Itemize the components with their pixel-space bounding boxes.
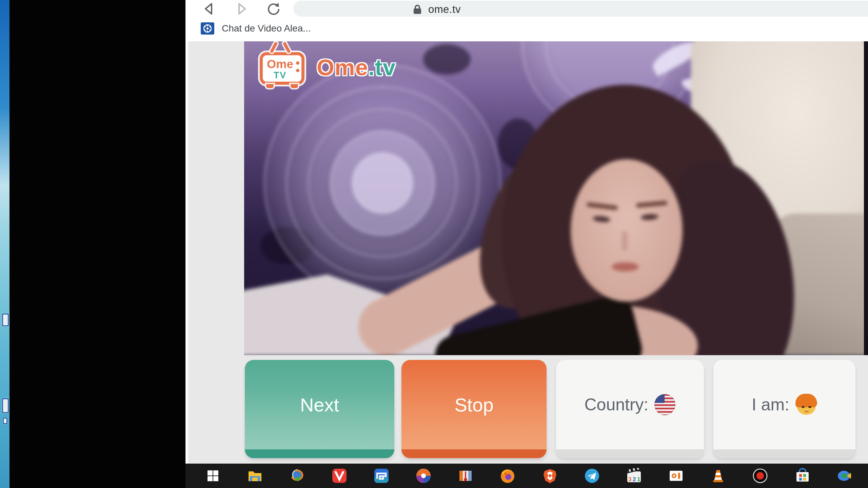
person-face (571, 159, 683, 302)
gender-selector-button[interactable]: I am: (713, 360, 855, 458)
desktop-black-area (9, 0, 185, 488)
desktop-icon-fragment[interactable] (2, 313, 9, 326)
screen: ome.tv Chat de Video Alea... (0, 0, 868, 488)
bookmark-item[interactable]: Chat de Video Alea... (201, 22, 311, 35)
brave-icon[interactable] (542, 468, 558, 484)
reload-icon[interactable] (266, 1, 281, 16)
next-button[interactable]: Next (245, 360, 394, 458)
remote-video: Ome TV Ome.tv (244, 41, 864, 355)
stop-label: Stop (454, 394, 493, 416)
microsoft-store-icon[interactable] (795, 468, 810, 484)
url-text: ome.tv (428, 3, 461, 16)
badge-ome-text: Ome (265, 57, 295, 71)
brand-ome: Ome (317, 55, 368, 80)
mandala-art (352, 152, 413, 214)
mpc-hc-icon[interactable]: 3 2 1 (626, 468, 642, 484)
next-label: Next (300, 394, 339, 416)
temp-monitor-icon[interactable] (458, 468, 473, 484)
address-bar[interactable]: ome.tv (293, 1, 868, 17)
mpc-digit-3: 3 (628, 476, 631, 483)
telegram-icon[interactable] (584, 468, 600, 484)
vlc-icon[interactable] (710, 468, 726, 484)
iam-label: I am: (752, 395, 789, 414)
person-nose (622, 231, 627, 251)
idm-icon[interactable] (289, 468, 305, 484)
lock-icon (413, 4, 422, 15)
window-edge (185, 41, 188, 464)
screen-recorder-icon[interactable] (752, 468, 768, 484)
back-icon[interactable] (202, 1, 217, 16)
us-flag-icon (654, 394, 675, 415)
boy-emoji-icon (795, 394, 817, 415)
screen-capture-icon[interactable] (668, 468, 684, 484)
page-content: Ome TV Ome.tv Next Stop Country: I a (185, 41, 868, 464)
badge-tv-text: TV (265, 70, 295, 81)
bookmark-label: Chat de Video Alea... (222, 23, 311, 34)
video-right-edge (864, 41, 868, 355)
mpc-digit-1: 1 (637, 476, 640, 483)
button-edge (556, 449, 704, 458)
firefox-icon[interactable] (500, 468, 515, 484)
person-lips (612, 262, 639, 271)
start-button-icon[interactable] (205, 468, 221, 484)
brand-tv: .tv (368, 55, 396, 80)
mpc-digit-2: 2 (633, 476, 636, 483)
webcam-app-icon[interactable] (837, 468, 852, 484)
stop-button[interactable]: Stop (401, 360, 547, 458)
ometv-tv-logo-icon: Ome TV (260, 52, 304, 85)
country-selector-button[interactable]: Country: (556, 360, 704, 458)
ometv-brand-text: Ome.tv (317, 54, 396, 80)
ometv-watermark: Ome TV Ome.tv (260, 45, 470, 89)
button-edge (713, 449, 855, 458)
desktop-icon-fragment[interactable] (2, 398, 9, 413)
country-label: Country: (585, 395, 649, 414)
desktop-wallpaper-strip (0, 0, 9, 488)
file-explorer-icon[interactable] (247, 468, 263, 484)
vivaldi-icon[interactable] (332, 468, 347, 484)
button-edge (401, 449, 547, 458)
ometv-favicon-icon (201, 22, 214, 35)
browser-toolbar: ome.tv Chat de Video Alea... (185, 0, 868, 41)
forward-icon[interactable] (234, 1, 249, 16)
maxthon-icon[interactable] (374, 468, 389, 484)
button-edge (245, 449, 394, 458)
windows-taskbar: 3 2 1 (185, 464, 868, 488)
pinwheel-browser-icon[interactable] (416, 468, 431, 484)
desktop-icon-fragment[interactable] (3, 418, 7, 424)
